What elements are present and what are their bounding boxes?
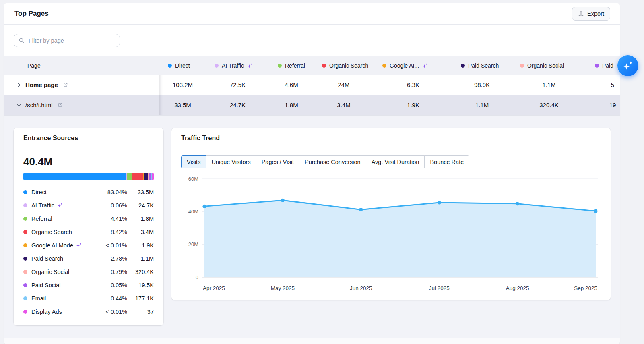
export-icon bbox=[578, 11, 584, 17]
metric-cell: 19 bbox=[586, 95, 620, 115]
metric-cell: 5 bbox=[586, 75, 620, 95]
source-row-display-ads[interactable]: Display Ads< 0.01%37 bbox=[23, 305, 154, 318]
tab-unique-visitors[interactable]: Unique Visitors bbox=[206, 155, 256, 168]
series-color-dot bbox=[278, 64, 282, 68]
page-title: Top Pages bbox=[14, 10, 49, 18]
filter-by-page-box[interactable] bbox=[14, 34, 120, 47]
metric-cell: 1.8M bbox=[269, 95, 314, 115]
source-label: Direct bbox=[31, 189, 47, 195]
entrance-sources-title: Entrance Sources bbox=[14, 128, 163, 148]
svg-text:May 2025: May 2025 bbox=[271, 285, 295, 291]
svg-text:Apr 2025: Apr 2025 bbox=[203, 285, 225, 291]
source-row-paid-social[interactable]: Paid Social0.05%19.5K bbox=[23, 278, 154, 292]
svg-text:20M: 20M bbox=[188, 241, 198, 247]
column-header-organic-search[interactable]: Organic Search bbox=[314, 62, 374, 69]
svg-text:Jun 2025: Jun 2025 bbox=[350, 285, 372, 291]
ai-sparkle-icon bbox=[623, 60, 634, 71]
bar-segment-paid-search bbox=[144, 173, 148, 180]
collapse-chevron-icon[interactable] bbox=[17, 103, 21, 108]
column-header-google-ai[interactable]: Google AI... bbox=[374, 62, 452, 69]
svg-text:Jul 2025: Jul 2025 bbox=[429, 285, 450, 291]
series-color-dot bbox=[23, 257, 27, 261]
page-cell: Home page bbox=[4, 75, 159, 95]
source-label: Paid Social bbox=[31, 282, 61, 288]
filter-by-page-input[interactable] bbox=[28, 37, 115, 44]
column-header-page[interactable]: Page bbox=[4, 56, 159, 75]
series-color-dot bbox=[23, 217, 27, 221]
source-label: Organic Social bbox=[31, 269, 69, 275]
source-row-paid-search[interactable]: Paid Search2.78%1.1M bbox=[23, 252, 154, 265]
column-header-ai-traffic[interactable]: AI Traffic bbox=[206, 62, 269, 69]
column-header-label: Paid bbox=[602, 62, 613, 69]
source-value: 19.5K bbox=[127, 282, 154, 288]
metric-cell: 72.5K bbox=[206, 75, 269, 95]
external-link-icon[interactable] bbox=[58, 102, 63, 108]
external-link-icon[interactable] bbox=[63, 82, 68, 87]
source-row-email[interactable]: Email0.44%177.1K bbox=[23, 292, 154, 305]
panel-header: Top Pages Export bbox=[4, 3, 620, 25]
column-header-paid-search[interactable]: Paid Search bbox=[452, 62, 512, 69]
ai-sparkle-icon bbox=[57, 203, 63, 208]
svg-text:40M: 40M bbox=[188, 209, 198, 215]
source-value: 1.8M bbox=[127, 216, 154, 222]
metric-cell: 4.6M bbox=[269, 75, 314, 95]
expand-chevron-icon[interactable] bbox=[17, 83, 21, 87]
source-percent: 0.05% bbox=[111, 282, 127, 288]
table-header-row: Page DirectAI TrafficReferralOrganic Sea… bbox=[4, 56, 620, 75]
source-row-ai-traffic[interactable]: AI Traffic0.06%24.7K bbox=[23, 199, 154, 212]
trend-area-chart: 020M40M60MApr 2025May 2025Jun 2025Jul 20… bbox=[181, 174, 601, 295]
tab-visits[interactable]: Visits bbox=[181, 155, 206, 168]
metric-cell: 1.9K bbox=[374, 95, 452, 115]
source-percent: 0.06% bbox=[111, 202, 127, 209]
source-value: 320.4K bbox=[127, 269, 154, 275]
tab-purchase-conversion[interactable]: Purchase Conversion bbox=[299, 155, 366, 168]
entrance-sources-body: 40.4M Direct83.04%33.5MAI Traffic0.06%24… bbox=[14, 148, 163, 318]
export-button-label: Export bbox=[587, 10, 604, 17]
ai-assistant-button[interactable] bbox=[617, 55, 638, 76]
svg-text:Aug 2025: Aug 2025 bbox=[506, 285, 529, 291]
source-row-organic-search[interactable]: Organic Search8.42%3.4M bbox=[23, 225, 154, 238]
export-button[interactable]: Export bbox=[572, 7, 610, 21]
metric-cells: 103.2M72.5K4.6M24M6.3K98.9K1.1M5 bbox=[159, 75, 620, 95]
tab-pages-visit[interactable]: Pages / Visit bbox=[256, 155, 299, 168]
column-header-label: Google AI... bbox=[390, 62, 419, 69]
table-body: Home page103.2M72.5K4.6M24M6.3K98.9K1.1M… bbox=[4, 75, 620, 115]
series-color-dot bbox=[382, 64, 386, 68]
series-color-dot bbox=[23, 283, 27, 287]
metric-cell: 1.1M bbox=[452, 95, 512, 115]
sources-stacked-bar bbox=[23, 173, 154, 180]
table-row-home-page[interactable]: Home page103.2M72.5K4.6M24M6.3K98.9K1.1M… bbox=[4, 75, 620, 95]
source-row-organic-social[interactable]: Organic Social0.79%320.4K bbox=[23, 265, 154, 278]
series-color-dot bbox=[215, 64, 219, 68]
source-value: 24.7K bbox=[127, 202, 154, 209]
traffic-trend-body: VisitsUnique VisitorsPages / VisitPurcha… bbox=[171, 148, 611, 296]
metric-cell: 103.2M bbox=[159, 75, 206, 95]
column-header-label: Referral bbox=[285, 62, 305, 69]
series-color-dot bbox=[23, 190, 27, 194]
metric-cell: 1.1M bbox=[512, 75, 586, 95]
source-percent: < 0.01% bbox=[105, 309, 127, 315]
table-row-sch-i-html[interactable]: /sch/i.html33.5M24.7K1.8M3.4M1.9K1.1M320… bbox=[4, 95, 620, 115]
source-label: Email bbox=[31, 295, 46, 302]
column-header-referral[interactable]: Referral bbox=[269, 62, 314, 69]
tab-bounce-rate[interactable]: Bounce Rate bbox=[424, 155, 469, 168]
series-color-dot bbox=[168, 64, 172, 68]
source-row-referral[interactable]: Referral4.41%1.8M bbox=[23, 212, 154, 225]
column-header-label: Direct bbox=[175, 62, 190, 69]
page-cell: /sch/i.html bbox=[4, 95, 159, 115]
next-row-partial bbox=[4, 338, 620, 344]
ai-sparkle-icon bbox=[422, 63, 428, 69]
series-color-dot bbox=[23, 296, 27, 300]
source-row-direct[interactable]: Direct83.04%33.5M bbox=[23, 185, 154, 199]
column-header-paid[interactable]: Paid bbox=[586, 62, 620, 69]
column-header-direct[interactable]: Direct bbox=[159, 62, 206, 69]
bar-segment-referral bbox=[127, 173, 132, 180]
source-row-google-ai-mode[interactable]: Google AI Mode< 0.01%1.9K bbox=[23, 238, 154, 252]
column-header-organic-social[interactable]: Organic Social bbox=[512, 62, 586, 69]
tab-avg-visit-duration[interactable]: Avg. Visit Duration bbox=[366, 155, 425, 168]
series-color-dot bbox=[595, 64, 599, 68]
source-percent: 0.44% bbox=[111, 295, 127, 302]
sources-list: Direct83.04%33.5MAI Traffic0.06%24.7KRef… bbox=[23, 185, 154, 318]
series-color-dot bbox=[23, 203, 27, 207]
series-color-dot bbox=[23, 243, 27, 247]
